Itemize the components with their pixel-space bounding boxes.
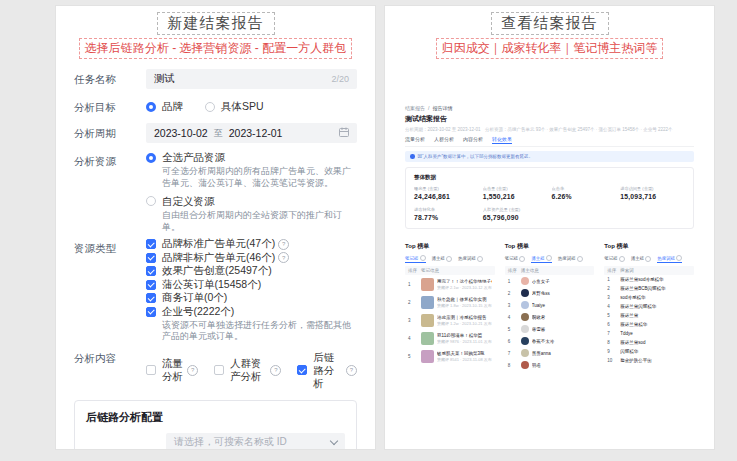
keyword-text: 薇诺兰黛闪耀精华	[620, 304, 691, 309]
info-icon	[619, 256, 625, 262]
keyword-row: 4 薇诺兰黛闪耀精华	[604, 302, 694, 311]
report-tabs: 流量分析 人群分析 内容分析 转化效果	[405, 136, 694, 147]
date-separator: 至	[214, 127, 223, 140]
keyword-text: sod冷感精华	[620, 295, 691, 300]
resource-type-checkbox-item[interactable]: 效果广告创意(25497个)	[146, 265, 357, 279]
resource-type-checkbox-item[interactable]: 品牌非标广告单元(46个)	[146, 251, 357, 265]
top-keywords-section: Top 榜单 笔记榜 博主榜 热度词榜 排序 搜索词 1 薇诺兰黛sod冷感精华…	[604, 242, 694, 365]
goal-option-brand[interactable]: 品牌	[146, 100, 183, 113]
checkbox-icon[interactable]	[146, 307, 156, 317]
postlink-config-box: 后链路分析配置 后链路人群 请选择，可搜索名称或 ID 当日新上传人群包预计 t…	[74, 400, 357, 450]
info-icon[interactable]	[278, 252, 289, 263]
report-notice-banner: 因“人群资产”数据计算中，以下部分指标数据更新有延迟。	[405, 151, 694, 162]
resource-type-checkbox-item[interactable]: 蒲公英订单(15458个)	[146, 278, 357, 292]
checkbox-icon[interactable]	[146, 253, 156, 263]
rank: 4	[607, 304, 620, 309]
analysis-content-item[interactable]: 人群资产分析	[214, 357, 281, 383]
radio-selected-icon[interactable]	[146, 102, 156, 112]
info-icon	[477, 256, 483, 262]
info-icon[interactable]	[187, 365, 198, 376]
keyword-row: 2 薇诺兰黛BCB闪耀精华	[604, 284, 694, 293]
resource-type-checkbox-item[interactable]: 企业号(2222个)	[146, 305, 357, 319]
metric: 人群资产总量 (去重) 65,796,090	[483, 207, 548, 221]
rank: 7	[508, 351, 521, 356]
checkbox-icon[interactable]	[146, 266, 156, 276]
keyword-text: 薇诺兰黛sod	[620, 340, 691, 345]
postlink-config-title: 后链路分析配置	[86, 410, 345, 425]
note-row: 1 用完了！！这个精华绝绝子♥♥♥！ 赞藏评 2.1w · 2023-10-12…	[405, 275, 495, 293]
rank: 3	[607, 295, 620, 300]
note-meta: 赞藏评 1.8w · 2023-10-15 发布	[437, 303, 492, 308]
info-icon[interactable]	[346, 365, 357, 376]
postlink-audience-label: 后链路人群	[86, 433, 166, 450]
rank: 10	[607, 358, 620, 363]
analysis-goal-row: 分析目标 品牌 具体SPU	[74, 97, 357, 115]
note-thumbnail	[421, 314, 434, 327]
metric-label: 进店转化率	[414, 207, 479, 212]
checkbox-icon[interactable]	[146, 365, 156, 375]
note-meta: 赞藏评 2.1w · 2023-10-12 发布	[437, 285, 492, 290]
note-thumbnail	[421, 296, 434, 309]
info-icon	[676, 255, 682, 261]
resource-type-checkbox-item[interactable]: 商务订单(0个)	[146, 292, 357, 306]
keyword-row: 6 薇诺兰黛精华	[604, 320, 694, 329]
panel-title: 查看结案报告	[491, 12, 609, 35]
report-heading: 测试结案报告	[405, 114, 694, 124]
metric: 进店转化率 78.77%	[414, 207, 479, 221]
blogger-row: 4 啊啾君	[505, 311, 595, 323]
note-meta: 赞藏评 8541 · 2023-11-08 发布	[437, 357, 492, 362]
panel-subtitle-annotation: 选择后链路分析 - 选择营销资源 - 配置一方人群包	[79, 38, 352, 59]
avatar	[521, 325, 529, 333]
breadcrumb-back: 结案报告	[405, 105, 425, 111]
blogger-name: 羽瑶	[532, 363, 592, 368]
audience-select[interactable]: 请选择，可搜索名称或 ID	[166, 433, 345, 450]
overview-metrics-card: 整体数据 曝光量 (去重) 24,246,861 点击量 (去重) 1,550,…	[405, 167, 694, 229]
resource-type-checkbox-item[interactable]: 品牌标准广告单元(47个)	[146, 238, 357, 252]
top-section-tabs: 笔记榜 博主榜 热度词榜	[405, 255, 495, 263]
checkbox-icon[interactable]	[146, 280, 156, 290]
analysis-content-row: 分析内容 流量分析 人群资产分析 后链路分析	[74, 348, 357, 390]
top-list-tab: 热度词榜	[558, 256, 583, 263]
keyword-text: 薇诺兰黛	[620, 313, 691, 318]
top-section-title: Top 榜单	[405, 242, 495, 251]
avatar	[521, 277, 529, 285]
metric-label: 进店访问量 (去重)	[620, 186, 685, 191]
rank: 8	[508, 363, 521, 368]
keyword-text: 薇诺兰黛精华	[620, 322, 691, 327]
radio-unselected-icon[interactable]	[205, 102, 215, 112]
top-section-tabs: 笔记榜 博主榜 热度词榜	[505, 255, 595, 263]
radio-unselected-icon[interactable]	[146, 196, 156, 206]
rank: 1	[607, 277, 620, 282]
analysis-content-item[interactable]: 后链路分析	[297, 351, 357, 390]
blogger-row: 6 香蕉不太冷	[505, 335, 595, 347]
resource-option-custom[interactable]: 自定义资源	[146, 195, 357, 208]
info-icon[interactable]	[278, 239, 289, 250]
end-date[interactable]: 2023-12-01	[229, 127, 283, 139]
note-title: 秋冬急救｜修复精华实测	[437, 297, 486, 302]
resource-type-list: 品牌标准广告单元(47个) 品牌非标广告单元(46个) 效果广告创意(25497…	[146, 238, 357, 319]
checkbox-icon[interactable]	[297, 365, 307, 375]
info-icon	[519, 256, 525, 262]
date-range-picker[interactable]: 2023-10-02 至 2023-12-01	[146, 123, 357, 143]
rank: 6	[508, 339, 521, 344]
radio-selected-icon[interactable]	[146, 153, 156, 163]
resource-option-all[interactable]: 全选产品资源	[146, 151, 357, 164]
breadcrumb-current: 报告详情	[432, 105, 452, 111]
metric-value: 65,796,090	[483, 214, 548, 221]
note-title: 敏感肌天菜！回购第3瓶	[437, 351, 485, 356]
top-list-tab: 笔记榜	[405, 255, 426, 263]
checkbox-icon[interactable]	[146, 293, 156, 303]
info-icon[interactable]	[270, 365, 281, 376]
top-list-tab: 博主榜	[531, 255, 552, 263]
goal-option-spu[interactable]: 具体SPU	[205, 100, 264, 113]
note-rows: 1 用完了！！这个精华绝绝子♥♥♥！ 赞藏评 2.1w · 2023-10-12…	[405, 275, 495, 365]
keyword-row: 3 sod冷感精华	[604, 293, 694, 302]
checkbox-icon[interactable]	[214, 365, 224, 375]
checkbox-icon[interactable]	[146, 239, 156, 249]
task-name-input[interactable]: 测试 2/20	[146, 69, 357, 89]
rank: 2	[508, 291, 521, 296]
start-date[interactable]: 2023-10-02	[154, 127, 208, 139]
analysis-content-item[interactable]: 流量分析	[146, 357, 198, 383]
rank: 1	[508, 279, 521, 284]
resource-type-note: 该资源不可单独选择进行任务分析，需搭配其他产品的单元或订单。	[162, 320, 357, 343]
